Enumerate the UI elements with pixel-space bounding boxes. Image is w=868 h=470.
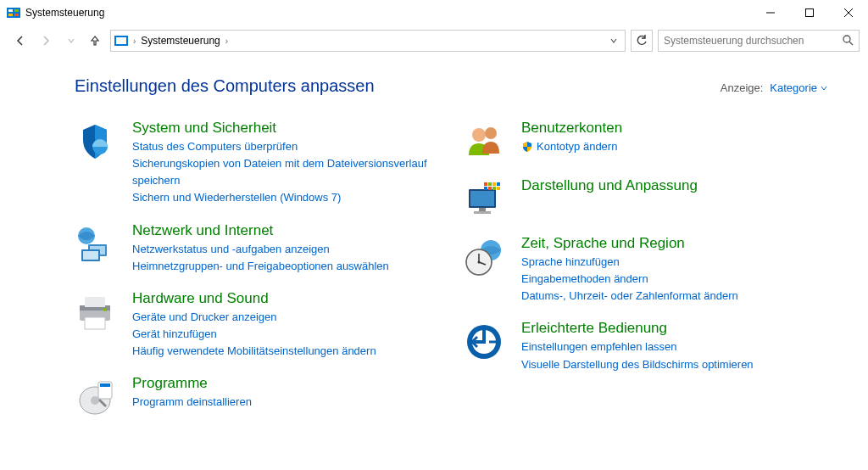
page-title: Einstellungen des Computers anpassen xyxy=(75,76,721,96)
category-link[interactable]: Netzwerkstatus und -aufgaben anzeigen xyxy=(132,241,438,258)
shield-icon xyxy=(75,121,115,162)
svg-rect-33 xyxy=(479,208,486,211)
search-input[interactable] xyxy=(664,35,842,47)
category-link[interactable]: Sicherungskopien von Dateien mit dem Dat… xyxy=(132,155,438,189)
recent-dropdown[interactable] xyxy=(59,29,83,53)
svg-point-29 xyxy=(472,128,486,142)
category-appearance: Darstellung und Anpassung xyxy=(464,177,827,220)
category-title[interactable]: Hardware und Sound xyxy=(132,290,438,307)
svg-rect-6 xyxy=(806,9,814,17)
users-icon xyxy=(464,121,504,162)
svg-rect-38 xyxy=(497,182,500,186)
maximize-button[interactable] xyxy=(790,0,829,25)
category-title[interactable]: Zeit, Sprache und Region xyxy=(521,235,827,252)
svg-rect-3 xyxy=(8,14,13,16)
refresh-button[interactable] xyxy=(631,30,653,52)
category-link-shield[interactable]: Kontotyp ändern xyxy=(521,138,827,155)
category-ease-of-access: Erleichterte Bedienung Einstellungen emp… xyxy=(464,320,827,372)
content-header: Einstellungen des Computers anpassen Anz… xyxy=(75,76,827,96)
category-network: Netzwerk und Internet Netzwerkstatus und… xyxy=(75,222,438,275)
category-link[interactable]: Gerät hinzufügen xyxy=(132,326,438,343)
svg-rect-18 xyxy=(83,251,98,260)
category-title[interactable]: Erleichterte Bedienung xyxy=(521,320,827,337)
svg-rect-36 xyxy=(488,182,492,186)
svg-rect-4 xyxy=(14,14,19,16)
category-link[interactable]: Datums-, Uhrzeit- oder Zahlenformat ände… xyxy=(521,288,827,305)
category-columns: System und Sicherheit Status des Compute… xyxy=(75,120,827,433)
accessibility-icon xyxy=(464,322,504,362)
svg-rect-28 xyxy=(100,383,110,387)
category-link[interactable]: Häufig verwendete Mobilitätseinstellunge… xyxy=(132,343,438,360)
programs-icon xyxy=(75,377,115,417)
category-link[interactable]: Geräte und Drucker anzeigen xyxy=(132,309,438,326)
category-title[interactable]: Darstellung und Anpassung xyxy=(521,177,827,194)
category-link[interactable]: Sprache hinzufügen xyxy=(521,254,827,271)
chevron-right-icon[interactable]: › xyxy=(131,36,137,46)
svg-point-23 xyxy=(103,308,107,311)
navbar: › Systemsteuerung › xyxy=(0,25,868,56)
svg-rect-39 xyxy=(484,187,487,190)
shield-mini-icon xyxy=(521,141,533,153)
category-title[interactable]: System und Sicherheit xyxy=(132,120,438,137)
content-area: Einstellungen des Computers anpassen Anz… xyxy=(0,56,868,433)
right-column: Benutzerkonten Kontotyp ändern Darstellu… xyxy=(464,120,827,433)
category-hardware: Hardware und Sound Geräte und Drucker an… xyxy=(75,290,438,360)
svg-point-48 xyxy=(478,261,481,264)
back-button[interactable] xyxy=(8,29,32,53)
network-icon xyxy=(75,224,115,265)
minimize-button[interactable] xyxy=(751,0,790,25)
svg-rect-10 xyxy=(116,37,126,44)
category-link[interactable]: Sichern und Wiederherstellen (Windows 7) xyxy=(132,189,438,206)
close-button[interactable] xyxy=(829,0,868,25)
svg-line-12 xyxy=(849,42,853,45)
svg-rect-22 xyxy=(85,317,105,329)
category-link[interactable]: Visuelle Darstellung des Bildschirms opt… xyxy=(521,356,827,373)
window-controls xyxy=(751,0,868,25)
up-button[interactable] xyxy=(85,31,105,51)
category-title[interactable]: Netzwerk und Internet xyxy=(132,222,438,239)
clock-globe-icon xyxy=(464,237,504,277)
svg-point-26 xyxy=(91,396,99,405)
window-title: Systemsteuerung xyxy=(25,7,751,19)
view-dropdown[interactable]: Kategorie xyxy=(770,81,827,94)
address-icon xyxy=(114,34,128,48)
svg-rect-1 xyxy=(8,9,13,12)
left-column: System und Sicherheit Status des Compute… xyxy=(75,120,438,433)
svg-rect-32 xyxy=(470,191,494,206)
search-box[interactable] xyxy=(658,30,860,52)
view-label: Anzeige: xyxy=(721,81,764,94)
category-link[interactable]: Heimnetzgruppen- und Freigabeoptionen au… xyxy=(132,258,438,275)
category-title[interactable]: Benutzerkonten xyxy=(521,120,827,137)
category-system-security: System und Sicherheit Status des Compute… xyxy=(75,120,438,207)
svg-rect-35 xyxy=(484,182,487,186)
svg-rect-0 xyxy=(7,8,20,18)
svg-rect-34 xyxy=(474,211,491,214)
category-user-accounts: Benutzerkonten Kontotyp ändern xyxy=(464,120,827,162)
svg-rect-2 xyxy=(14,9,19,12)
category-link[interactable]: Status des Computers überprüfen xyxy=(132,138,438,155)
category-link[interactable]: Einstellungen empfehlen lassen xyxy=(521,339,827,355)
svg-rect-40 xyxy=(488,187,492,190)
svg-point-30 xyxy=(485,127,497,139)
category-link[interactable]: Programm deinstallieren xyxy=(132,394,438,411)
chevron-right-icon[interactable]: › xyxy=(224,36,230,46)
monitor-icon xyxy=(464,179,504,220)
address-bar[interactable]: › Systemsteuerung › xyxy=(110,30,626,52)
app-icon xyxy=(7,6,20,20)
titlebar: Systemsteuerung xyxy=(0,0,868,25)
forward-button[interactable] xyxy=(34,29,58,53)
svg-rect-37 xyxy=(492,182,496,186)
svg-rect-42 xyxy=(497,187,500,190)
category-time-region: Zeit, Sprache und Region Sprache hinzufü… xyxy=(464,235,827,305)
category-programs: Programme Programm deinstallieren xyxy=(75,375,438,417)
search-icon[interactable] xyxy=(842,34,854,48)
category-link[interactable]: Eingabemethoden ändern xyxy=(521,271,827,288)
breadcrumb-item[interactable]: Systemsteuerung xyxy=(137,35,223,47)
svg-rect-41 xyxy=(492,187,496,190)
svg-rect-21 xyxy=(85,297,105,307)
svg-point-11 xyxy=(843,36,850,42)
category-title[interactable]: Programme xyxy=(132,375,438,392)
address-dropdown[interactable] xyxy=(606,35,621,48)
printer-icon xyxy=(75,292,115,333)
